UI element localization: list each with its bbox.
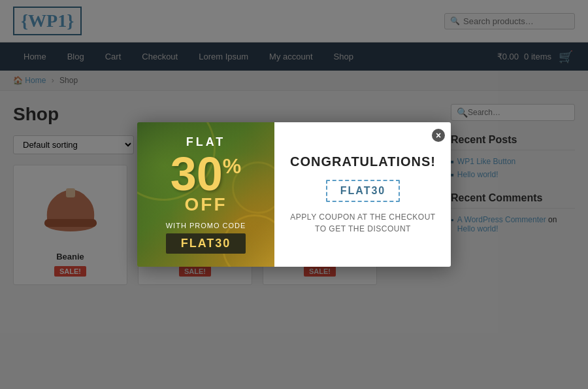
percent-display: 30 % (166, 150, 246, 197)
modal-container: FLAT 30 % OFF WITH PROMO CODE FLAT30 × C… (137, 122, 451, 267)
modal-right-panel: × CONGRATULATIONS! FLAT30 APPLY COUPON A… (274, 122, 451, 267)
percent-symbol: % (223, 156, 241, 177)
promo-intro-text: WITH PROMO CODE (166, 222, 246, 229)
modal-overlay[interactable]: FLAT 30 % OFF WITH PROMO CODE FLAT30 × C… (0, 0, 588, 298)
promo-code-display: FLAT30 (166, 233, 246, 254)
modal-left-panel: FLAT 30 % OFF WITH PROMO CODE FLAT30 (137, 122, 274, 267)
modal-promo-content: FLAT 30 % OFF WITH PROMO CODE FLAT30 (166, 135, 246, 254)
flat-label: FLAT (166, 135, 246, 149)
modal-close-button[interactable]: × (431, 127, 446, 143)
percent-value: 30 (171, 150, 223, 197)
coupon-instruction: APPLY COUPON AT THE CHECKOUT TO GET THE … (290, 211, 436, 235)
congrats-title: CONGRATULATIONS! (290, 154, 436, 169)
coupon-code-box[interactable]: FLAT30 (326, 180, 400, 202)
